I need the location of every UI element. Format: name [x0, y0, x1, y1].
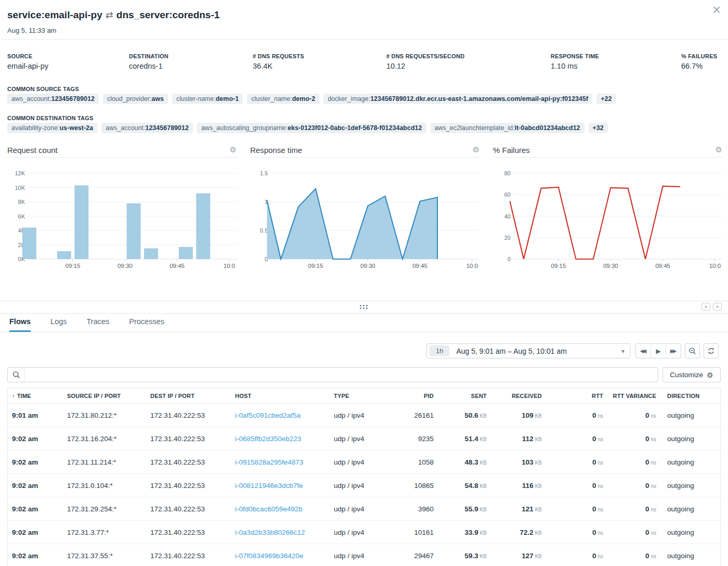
column-header-dest-ip-port[interactable]: DEST IP / PORT — [146, 393, 231, 399]
time-range-selector[interactable]: 1h Aug 5, 9:01 am – Aug 5, 10:01 am ▾ — [426, 343, 630, 358]
more-tags-chip[interactable]: +32 — [589, 123, 608, 133]
table-row[interactable]: 9:02 am172.31.29.254:*172.31.40.222:53i-… — [8, 497, 720, 520]
cell-time: 9:02 am — [8, 458, 63, 466]
splitter-grip[interactable] — [360, 305, 368, 309]
column-header-rtt-variance[interactable]: RTT VARIANCE — [604, 393, 657, 399]
tag-key: cloud_provider: — [107, 95, 151, 102]
zoom-out-button[interactable] — [685, 343, 700, 358]
customize-button[interactable]: Customize ⚙ — [662, 367, 721, 382]
gear-icon[interactable]: ⚙ — [230, 145, 237, 155]
collapse-up-button[interactable]: ∧ — [713, 303, 722, 311]
table-row[interactable]: 9:02 am172.31.11.214:*172.31.40.222:53i-… — [8, 450, 720, 473]
cell-host: i-0a3d2b33b80266c12 — [231, 529, 330, 536]
tab-flows[interactable]: Flows — [9, 317, 31, 332]
tag-chip[interactable]: aws_autoscaling_groupname:eks-0123f012-0… — [197, 123, 426, 133]
cell-sent: 55.9KB — [435, 505, 488, 513]
cell-rtt: 0ns — [543, 411, 604, 419]
tag-chip[interactable]: aws_account:123456789012 — [7, 94, 99, 104]
svg-text:10:0: 10:0 — [224, 263, 235, 269]
rewind-icon: ◀◀ — [640, 348, 646, 354]
host-link[interactable]: i-008121946e3dcb7fe — [235, 482, 303, 490]
table-row[interactable]: 9:02 am172.31.0.104:*172.31.40.222:53i-0… — [8, 473, 720, 497]
column-header-direction[interactable]: DIRECTION — [657, 393, 720, 399]
tag-chip[interactable]: cluster-name:demo-1 — [172, 94, 243, 104]
time-range-badge: 1h — [430, 345, 449, 356]
column-header-source-ip-port[interactable]: SOURCE IP / PORT — [63, 393, 146, 399]
percent-failures-chart: 02040608009:1509:3009:4510:0 — [493, 158, 722, 273]
svg-text:80: 80 — [504, 170, 511, 176]
column-header-type[interactable]: TYPE — [330, 393, 391, 399]
host-link[interactable]: i-0685ffb2d350eb223 — [235, 435, 301, 443]
host-link[interactable]: i-0fd0bcac6059e492b — [235, 505, 303, 513]
stat-value: 10.12 — [386, 62, 464, 70]
svg-text:09:45: 09:45 — [412, 263, 427, 269]
stat-value: 36.4K — [253, 62, 304, 70]
cell-pid: 26161 — [391, 411, 435, 419]
cell-dest-ip: 172.31.40.222:53 — [146, 482, 231, 490]
column-header-rtt[interactable]: RTT — [543, 393, 604, 399]
common-destination-tags-list: availability-zone:us-west-2aaws_account:… — [7, 123, 608, 133]
cell-rtt-variance: 0ns — [604, 482, 657, 490]
column-header-received[interactable]: RECEIVED — [488, 393, 543, 399]
table-row[interactable]: 9:01 am172.31.80.212:*172.31.40.222:53i-… — [8, 403, 720, 427]
table-row[interactable]: 9:02 am172.31.16.204:*172.31.40.222:53i-… — [8, 427, 720, 450]
cell-source-ip: 172.31.3.77:* — [63, 529, 146, 536]
host-link[interactable]: i-07f0834969b36420e — [235, 552, 303, 560]
cell-time: 9:02 am — [8, 552, 63, 560]
tag-chip[interactable]: docker_image:123456789012.dkr.ecr.us-eas… — [323, 94, 592, 104]
tag-key: availability-zone: — [11, 124, 59, 132]
refresh-button[interactable] — [704, 343, 719, 358]
more-tags-chip[interactable]: +22 — [596, 94, 616, 104]
svg-text:0.5: 0.5 — [260, 227, 268, 234]
tag-chip[interactable]: cluster_name:demo-2 — [247, 94, 319, 104]
host-link[interactable]: i-0af5c091cbed2af5a — [235, 411, 301, 419]
host-link[interactable]: i-0a3d2b33b80266c12 — [235, 529, 305, 536]
svg-text:8K: 8K — [18, 199, 25, 205]
tag-key: aws_ec2launchtemplate_id: — [435, 124, 515, 132]
cell-received: 116KB — [488, 482, 543, 490]
play-button[interactable]: ▶ — [651, 344, 666, 358]
cell-type: udp / ipv4 — [330, 482, 391, 490]
cell-direction: outgoing — [657, 482, 720, 490]
request-count-chart: 0K2K4K6K8K10K12K09:1509:3009:4510:0 — [7, 158, 237, 273]
column-header-host[interactable]: HOST — [231, 393, 330, 399]
collapse-down-button[interactable]: ∨ — [701, 303, 710, 311]
tag-chip[interactable]: cloud_provider:aws — [103, 94, 168, 104]
tag-chip[interactable]: aws_account:123456789012 — [101, 123, 193, 133]
page-title: service:email-api-py⇄dns_server:coredns-… — [7, 9, 219, 21]
table-row[interactable]: 9:02 am172.31.37.55:*172.31.40.222:53i-0… — [8, 544, 720, 566]
stat-value: email-api-py — [7, 62, 48, 70]
column-header-pid[interactable]: PID — [391, 393, 435, 399]
cell-dest-ip: 172.31.40.222:53 — [146, 435, 231, 443]
gear-icon[interactable]: ⚙ — [716, 145, 722, 155]
host-link[interactable]: i-0915828a295fe4873 — [235, 458, 303, 466]
tag-key: aws_account: — [11, 95, 51, 102]
forward-icon: ▶▶ — [670, 348, 677, 354]
stat-label: # DNS REQUESTS — [253, 53, 304, 59]
gear-icon[interactable]: ⚙ — [473, 145, 479, 155]
tag-value: 123456789012.dkr.ecr.us-east-1.amazonaws… — [370, 95, 588, 102]
search-icon — [12, 371, 20, 379]
common-destination-tags-label: COMMON DESTINATION TAGS — [7, 115, 94, 121]
rewind-button[interactable]: ◀◀ — [636, 344, 651, 358]
forward-button[interactable]: ▶▶ — [666, 344, 681, 358]
tab-traces[interactable]: Traces — [87, 317, 110, 332]
cell-rtt-variance: 0ns — [604, 505, 657, 513]
stat-value: 66.7% — [681, 62, 717, 70]
column-header-time[interactable]: ↑TIME — [8, 393, 63, 399]
response-time-chart: 00.511.509:1509:3009:4510:0 — [250, 158, 479, 273]
search-input[interactable] — [25, 371, 658, 379]
cell-time: 9:01 am — [8, 411, 63, 419]
tab-processes[interactable]: Processes — [129, 317, 164, 332]
cell-received: 109KB — [488, 411, 543, 419]
stat-label: DESTINATION — [129, 53, 168, 59]
chart-panel-response-time: Response time ⚙ 00.511.509:1509:3009:451… — [250, 143, 479, 274]
tag-chip[interactable]: aws_ec2launchtemplate_id:lt-0abcd01234ab… — [431, 123, 584, 133]
close-icon[interactable]: × — [712, 3, 721, 17]
cell-dest-ip: 172.31.40.222:53 — [146, 529, 231, 536]
column-header-sent[interactable]: SENT — [435, 393, 488, 399]
chart-panel-percent-failures: % Failures ⚙ 02040608009:1509:3009:4510:… — [493, 143, 722, 274]
tab-logs[interactable]: Logs — [50, 317, 67, 332]
table-row[interactable]: 9:02 am172.31.3.77:*172.31.40.222:53i-0a… — [8, 520, 720, 544]
tag-chip[interactable]: availability-zone:us-west-2a — [7, 123, 97, 133]
